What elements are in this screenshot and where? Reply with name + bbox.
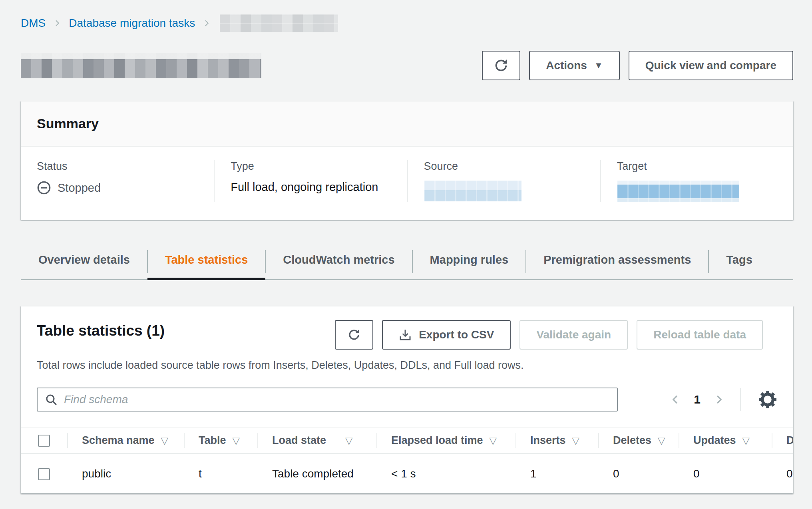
source-value-redacted (424, 181, 521, 201)
column-header-elapsed-load-time[interactable]: Elapsed load time▽ (376, 427, 515, 453)
breadcrumb-current-redacted (220, 14, 338, 32)
type-value: Full load, ongoing replication (231, 181, 391, 194)
table-statistics-description: Total rows include loaded source table r… (37, 359, 777, 372)
table-controls: 1 (21, 388, 793, 412)
breadcrumb-dms[interactable]: DMS (21, 17, 46, 30)
pagination: 1 (671, 388, 777, 411)
summary-card: Summary Status Stopped Type Full load, o… (21, 101, 793, 220)
page-number[interactable]: 1 (691, 393, 703, 406)
export-to-csv-button[interactable]: Export to CSV (382, 320, 511, 350)
tab-bar: Overview details Table statistics CloudW… (21, 248, 793, 280)
type-label: Type (231, 160, 391, 173)
status-label: Status (37, 160, 198, 173)
tab-table-statistics[interactable]: Table statistics (147, 248, 265, 279)
gear-icon (758, 390, 777, 409)
sort-icon: ▽ (233, 435, 240, 446)
refresh-button[interactable] (482, 51, 520, 80)
table-statistics-header: Table statistics (1) Export to CSV (21, 306, 793, 372)
status-value: Stopped (37, 181, 198, 195)
sort-icon: ▽ (742, 435, 750, 446)
cell-load-state: Table completed (257, 453, 376, 493)
next-page-button (714, 392, 724, 407)
page-header: Actions ▼ Quick view and compare (21, 50, 793, 81)
refresh-icon (348, 328, 360, 341)
summary-title: Summary (21, 101, 793, 147)
table-actions: Export to CSV Validate again Reload tabl… (335, 320, 763, 350)
column-header-schema-name[interactable]: Schema name▽ (67, 427, 184, 453)
previous-page-button (671, 392, 680, 407)
chevron-right-icon (54, 17, 61, 29)
column-header-inserts[interactable]: Inserts▽ (515, 427, 598, 453)
sort-icon: ▽ (161, 435, 168, 446)
select-all-cell (21, 427, 67, 453)
column-header-table[interactable]: Table▽ (184, 427, 257, 453)
sort-icon: ▽ (572, 435, 579, 446)
cell-schema-name: public (67, 453, 184, 493)
download-icon (399, 328, 412, 341)
reload-table-data-label: Reload table data (653, 328, 746, 341)
actions-button-label: Actions (546, 59, 587, 72)
export-to-csv-label: Export to CSV (419, 328, 494, 341)
table-statistics-title: Table statistics (1) (37, 320, 165, 339)
tab-mapping-rules[interactable]: Mapping rules (412, 248, 526, 279)
column-header-deletes[interactable]: Deletes▽ (598, 427, 679, 453)
page-title-redacted (21, 53, 261, 78)
table-statistics-table: Schema name▽ Table▽ Load state▽ Elapsed … (21, 427, 793, 493)
settings-button[interactable] (758, 390, 777, 409)
sort-icon: ▽ (490, 435, 497, 446)
tab-overview-details[interactable]: Overview details (21, 248, 147, 279)
chevron-right-icon (203, 17, 210, 29)
target-value-redacted (617, 181, 739, 202)
cell-inserts: 1 (515, 453, 598, 493)
find-schema-input[interactable] (37, 388, 618, 412)
stopped-icon (37, 181, 51, 195)
target-label: Target (617, 160, 777, 173)
pager-divider (740, 388, 741, 411)
breadcrumb-tasks[interactable]: Database migration tasks (69, 17, 195, 30)
quick-view-label: Quick view and compare (645, 59, 776, 72)
summary-source-col: Source (407, 160, 600, 202)
summary-grid: Status Stopped Type Full load, ongoing r… (21, 147, 793, 220)
row-select-cell (21, 453, 67, 493)
column-header-load-state[interactable]: Load state▽ (257, 427, 376, 453)
select-all-checkbox[interactable] (38, 435, 50, 447)
validate-again-button: Validate again (519, 320, 628, 350)
table-statistics-card: Table statistics (1) Export to CSV (21, 306, 793, 493)
tab-premigration-assessments[interactable]: Premigration assessments (526, 248, 709, 279)
column-header-ddls[interactable]: DDLs▽ (772, 427, 793, 453)
breadcrumb: DMS Database migration tasks (21, 14, 793, 33)
tab-cloudwatch-metrics[interactable]: CloudWatch metrics (265, 248, 412, 279)
source-label: Source (424, 160, 584, 173)
validate-again-label: Validate again (536, 328, 611, 341)
summary-type-col: Type Full load, ongoing replication (214, 160, 407, 202)
status-text: Stopped (58, 181, 101, 195)
cell-table: t (184, 453, 257, 493)
row-checkbox[interactable] (38, 468, 50, 480)
sort-icon: ▽ (345, 435, 352, 446)
summary-status-col: Status Stopped (21, 160, 214, 202)
table-refresh-button[interactable] (335, 320, 373, 350)
table-row: public t Table completed < 1 s 1 0 0 0 (21, 453, 793, 493)
summary-target-col: Target (600, 160, 793, 202)
cell-elapsed-load-time: < 1 s (376, 453, 515, 493)
schema-search (37, 388, 618, 412)
tab-tags[interactable]: Tags (709, 248, 770, 279)
dms-task-page: DMS Database migration tasks Actions ▼ (0, 0, 812, 493)
table-header-row: Schema name▽ Table▽ Load state▽ Elapsed … (21, 427, 793, 453)
header-actions: Actions ▼ Quick view and compare (482, 51, 793, 80)
cell-deletes: 0 (598, 453, 679, 493)
column-header-updates[interactable]: Updates▽ (679, 427, 772, 453)
actions-button[interactable]: Actions ▼ (529, 51, 619, 80)
caret-down-icon: ▼ (594, 61, 603, 70)
sort-icon: ▽ (658, 435, 665, 446)
reload-table-data-button: Reload table data (637, 320, 763, 350)
cell-updates: 0 (679, 453, 772, 493)
refresh-icon (494, 58, 508, 73)
quick-view-and-compare-button[interactable]: Quick view and compare (629, 51, 793, 80)
cell-ddls: 0 (772, 453, 793, 493)
